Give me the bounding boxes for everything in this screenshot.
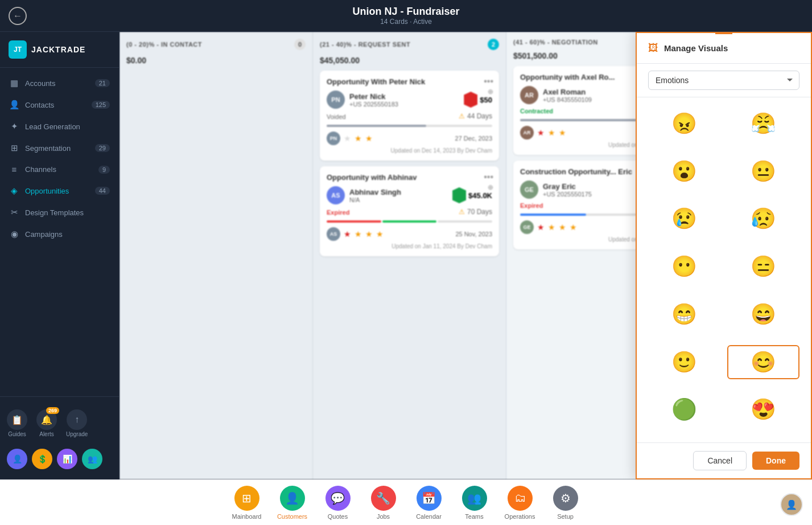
manage-visuals-panel: 🖼 Manage Visuals Emotions Shapes Colors … bbox=[636, 32, 812, 479]
emoji-heart-eyes[interactable]: 😍 bbox=[727, 392, 799, 426]
campaigns-icon: ◉ bbox=[9, 229, 19, 239]
card-2-menu[interactable]: ••• bbox=[484, 172, 493, 182]
nav-operations[interactable]: 🗂 Operations bbox=[503, 486, 537, 520]
card-1-bottom: PN ★ ★ ★ 27 Dec, 2023 bbox=[327, 132, 492, 145]
kanban-col-2: (21 - 40)% - REQUEST SENT 2 $45,050.00 O… bbox=[313, 32, 506, 479]
back-button[interactable]: ← bbox=[9, 7, 27, 25]
cancel-button[interactable]: Cancel bbox=[693, 451, 747, 470]
guides-button[interactable]: 📋 Guides bbox=[7, 409, 27, 437]
sidebar-item-channels[interactable]: ≡ Channels 9 bbox=[0, 159, 119, 180]
sidebar-item-contacts[interactable]: 👤 Contacts 125 bbox=[0, 94, 119, 116]
kanban-wrapper: (0 - 20)% - IN CONTACT 0 $0.00 (21 - 40)… bbox=[119, 32, 812, 479]
card-1-updated: Updated on Dec 14, 2023 By Dev Cham bbox=[327, 147, 492, 154]
avatar-icon-2[interactable]: 💲 bbox=[32, 449, 52, 469]
person-name-4: Gray Eric bbox=[543, 182, 592, 191]
emoji-neutral[interactable]: 😐 bbox=[727, 154, 799, 188]
emoji-frustrated[interactable]: 😤 bbox=[727, 106, 799, 141]
user-profile-avatar[interactable]: 👤 bbox=[780, 493, 803, 516]
emoji-green[interactable]: 🟢 bbox=[648, 392, 720, 426]
emoji-angry[interactable]: 😠 bbox=[648, 106, 720, 141]
upgrade-icon: ↑ bbox=[67, 409, 87, 430]
panel-visual-icon: 🖼 bbox=[648, 42, 658, 54]
nav-teams[interactable]: 👥 Teams bbox=[457, 486, 492, 520]
sidebar-item-opportunities[interactable]: ◈ Opportunities 44 bbox=[0, 180, 119, 202]
avatar-icon-1[interactable]: 👤 bbox=[7, 449, 27, 469]
sidebar-avatar-area: 👤 💲 📊 👥 bbox=[0, 445, 119, 473]
logo-icon: JT bbox=[9, 40, 27, 59]
col-2-title: (21 - 40)% - REQUEST SENT bbox=[320, 41, 410, 48]
card-2-status: Expired bbox=[327, 209, 349, 216]
col-3-title: (41 - 60)% - NEGOTIATION bbox=[513, 39, 598, 46]
col-1-header: (0 - 20)% - IN CONTACT 0 bbox=[126, 39, 306, 50]
panel-dropdown-area: Emotions Shapes Colors Custom bbox=[637, 64, 811, 97]
opportunity-card-abhinav[interactable]: Opportunity with Abhinav ••• ⊕ AS Abhina… bbox=[320, 166, 499, 256]
person-name-3: Axel Roman bbox=[543, 88, 592, 96]
emoji-grin[interactable]: 😁 bbox=[648, 297, 720, 331]
card-1-move[interactable]: ⊕ bbox=[488, 88, 493, 96]
avatar-gray-eric: GE bbox=[520, 181, 538, 199]
emoji-smile[interactable]: 😊 bbox=[727, 345, 799, 379]
sidebar-item-lead-gen[interactable]: ✦ Lead Generation bbox=[0, 116, 119, 137]
alerts-label: Alerts bbox=[39, 431, 54, 437]
col-2-amount: $45,050.00 bbox=[320, 56, 499, 65]
upgrade-button[interactable]: ↑ Upgrade bbox=[66, 409, 88, 437]
segmentation-label: Segmentation bbox=[25, 144, 71, 153]
nav-calendar[interactable]: 📅 Calendar bbox=[412, 486, 446, 520]
avatar-abhinav: AS bbox=[327, 186, 345, 204]
panel-title: Manage Visuals bbox=[664, 43, 728, 53]
card-1-menu[interactable]: ••• bbox=[484, 76, 493, 87]
person-row-2: AS Abhinav Singh N/A $45.0K bbox=[327, 186, 492, 204]
alerts-button[interactable]: 🔔 269 Alerts bbox=[36, 409, 57, 437]
person-row-1: PN Peter Nick +US 2025550183 $50 bbox=[327, 91, 492, 109]
sidebar-item-campaigns[interactable]: ◉ Campaigns bbox=[0, 223, 119, 245]
page-title: Union NJ - Fundraiser bbox=[6, 6, 806, 18]
bottom-nav: ⊞ Mainboard 👤 Customers 💬 Quotes 🔧 Jobs … bbox=[0, 479, 812, 525]
card-2-amount: $45.0K bbox=[468, 191, 492, 200]
done-button[interactable]: Done bbox=[752, 452, 799, 470]
channels-label: Channels bbox=[25, 165, 56, 174]
guides-icon: 📋 bbox=[7, 409, 27, 430]
card-2-move[interactable]: ⊕ bbox=[488, 183, 493, 191]
calendar-label: Calendar bbox=[416, 513, 442, 520]
nav-jobs[interactable]: 🔧 Jobs bbox=[366, 486, 401, 520]
setup-icon: ⚙ bbox=[553, 486, 578, 511]
emoji-crying[interactable]: 😢 bbox=[648, 202, 720, 236]
emoji-happy[interactable]: 😄 bbox=[727, 297, 799, 331]
warn-icon-2: ⚠ bbox=[459, 208, 465, 216]
design-templates-label: Design Templates bbox=[25, 208, 84, 217]
person-name-2: Abhinav Singh bbox=[349, 188, 401, 196]
avatar-axel: AR bbox=[520, 86, 538, 104]
quotes-icon: 💬 bbox=[325, 486, 351, 511]
customers-icon: 👤 bbox=[280, 486, 305, 511]
teams-icon: 👥 bbox=[462, 486, 487, 511]
emotions-dropdown[interactable]: Emotions Shapes Colors Custom bbox=[648, 71, 799, 90]
sidebar-item-accounts[interactable]: ▦ Accounts 21 bbox=[0, 72, 119, 94]
shield-badge-2 bbox=[452, 187, 466, 203]
emoji-expressionless[interactable]: 😑 bbox=[727, 249, 799, 284]
opportunities-label: Opportunities bbox=[25, 187, 69, 195]
sidebar-bottom-icons: 📋 Guides 🔔 269 Alerts ↑ Upgrade bbox=[0, 404, 119, 443]
emoji-surprised[interactable]: 😮 bbox=[648, 154, 720, 188]
nav-customers[interactable]: 👤 Customers bbox=[275, 486, 310, 520]
shield-badge-1 bbox=[464, 92, 477, 108]
emoji-sad[interactable]: 😥 bbox=[727, 202, 799, 236]
col-2-count: 2 bbox=[488, 39, 499, 50]
warn-icon-1: ⚠ bbox=[459, 112, 465, 120]
panel-footer: Cancel Done bbox=[637, 442, 811, 478]
emoji-slight-smile[interactable]: 🙂 bbox=[648, 345, 720, 379]
nav-mainboard[interactable]: ⊞ Mainboard bbox=[230, 486, 264, 520]
person-phone-1: +US 2025550183 bbox=[349, 101, 398, 108]
sidebar: JT JACKTRADE ▦ Accounts 21 👤 Contacts 12… bbox=[0, 32, 119, 479]
avatar-peter-nick: PN bbox=[327, 91, 345, 109]
avatar-icon-4[interactable]: 👥 bbox=[82, 449, 102, 469]
col-2-header: (21 - 40)% - REQUEST SENT 2 bbox=[320, 39, 499, 50]
emoji-speechless[interactable]: 😶 bbox=[648, 249, 720, 284]
sidebar-item-design-templates[interactable]: ✂ Design Templates bbox=[0, 202, 119, 223]
avatar-icon-3[interactable]: 📊 bbox=[57, 449, 77, 469]
nav-setup[interactable]: ⚙ Setup bbox=[549, 486, 583, 520]
nav-quotes[interactable]: 💬 Quotes bbox=[321, 486, 355, 520]
opportunity-card-peter-nick[interactable]: Opportunity With Peter Nick ••• ⊕ PN Pet… bbox=[320, 71, 499, 161]
channels-badge: 9 bbox=[98, 166, 110, 174]
sidebar-item-segmentation[interactable]: ⊞ Segmentation 29 bbox=[0, 137, 119, 159]
page-subtitle: 14 Cards · Active bbox=[6, 18, 806, 26]
